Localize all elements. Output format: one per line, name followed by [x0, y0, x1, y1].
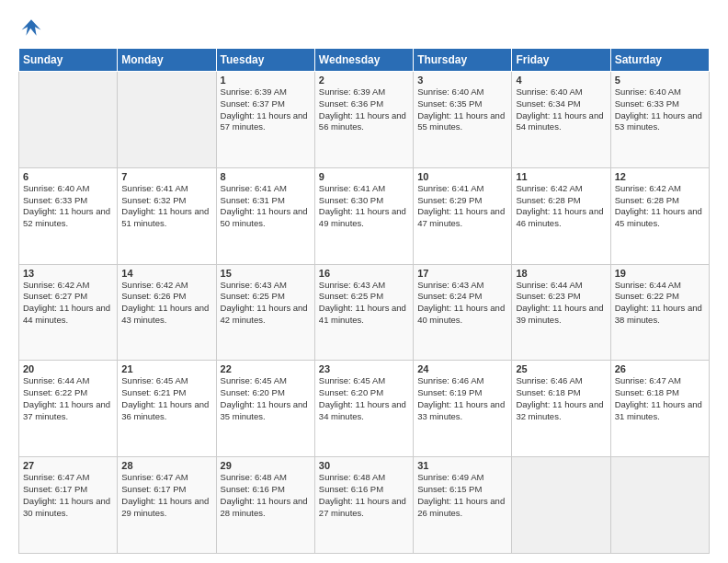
- calendar-cell: 19Sunrise: 6:44 AM Sunset: 6:22 PM Dayli…: [610, 264, 709, 361]
- calendar-cell: [512, 457, 610, 554]
- calendar-cell: 27Sunrise: 6:47 AM Sunset: 6:17 PM Dayli…: [19, 457, 118, 554]
- day-info: Sunrise: 6:41 AM Sunset: 6:29 PM Dayligh…: [417, 183, 507, 230]
- logo-bird-icon: [20, 17, 42, 39]
- day-info: Sunrise: 6:48 AM Sunset: 6:16 PM Dayligh…: [221, 472, 311, 519]
- day-info: Sunrise: 6:46 AM Sunset: 6:19 PM Dayligh…: [417, 375, 507, 422]
- day-number: 12: [615, 171, 705, 182]
- day-info: Sunrise: 6:42 AM Sunset: 6:26 PM Dayligh…: [121, 280, 211, 327]
- calendar-cell: 4Sunrise: 6:40 AM Sunset: 6:34 PM Daylig…: [512, 72, 610, 168]
- day-number: 9: [319, 171, 409, 182]
- day-number: 4: [516, 75, 606, 86]
- day-info: Sunrise: 6:43 AM Sunset: 6:25 PM Dayligh…: [221, 280, 311, 327]
- calendar-cell: 2Sunrise: 6:39 AM Sunset: 6:36 PM Daylig…: [314, 72, 413, 168]
- calendar-cell: 31Sunrise: 6:49 AM Sunset: 6:15 PM Dayli…: [414, 457, 512, 554]
- calendar-cell: 3Sunrise: 6:40 AM Sunset: 6:35 PM Daylig…: [414, 72, 512, 168]
- calendar-cell: 12Sunrise: 6:42 AM Sunset: 6:28 PM Dayli…: [610, 167, 709, 264]
- calendar-cell: 28Sunrise: 6:47 AM Sunset: 6:17 PM Dayli…: [118, 457, 216, 554]
- day-info: Sunrise: 6:41 AM Sunset: 6:32 PM Dayligh…: [121, 183, 211, 230]
- calendar-cell: 24Sunrise: 6:46 AM Sunset: 6:19 PM Dayli…: [414, 361, 512, 457]
- day-info: Sunrise: 6:43 AM Sunset: 6:25 PM Dayligh…: [319, 280, 409, 327]
- svg-marker-0: [22, 19, 41, 36]
- day-info: Sunrise: 6:40 AM Sunset: 6:35 PM Dayligh…: [417, 86, 507, 133]
- day-number: 29: [221, 460, 311, 471]
- day-info: Sunrise: 6:41 AM Sunset: 6:30 PM Dayligh…: [319, 183, 409, 230]
- weekday-header-sunday: Sunday: [19, 49, 118, 72]
- day-number: 10: [417, 171, 507, 182]
- day-number: 2: [319, 75, 409, 86]
- day-number: 27: [23, 460, 113, 471]
- calendar-cell: 18Sunrise: 6:44 AM Sunset: 6:23 PM Dayli…: [512, 264, 610, 361]
- calendar-cell: 10Sunrise: 6:41 AM Sunset: 6:29 PM Dayli…: [414, 167, 512, 264]
- calendar-cell: 26Sunrise: 6:47 AM Sunset: 6:18 PM Dayli…: [610, 361, 709, 457]
- calendar-cell: 11Sunrise: 6:42 AM Sunset: 6:28 PM Dayli…: [512, 167, 610, 264]
- weekday-header-thursday: Thursday: [414, 49, 512, 72]
- day-number: 14: [121, 268, 211, 279]
- calendar-cell: 23Sunrise: 6:45 AM Sunset: 6:20 PM Dayli…: [314, 361, 413, 457]
- day-number: 13: [23, 268, 113, 279]
- day-number: 7: [121, 171, 211, 182]
- day-number: 25: [516, 363, 606, 374]
- calendar-cell: 8Sunrise: 6:41 AM Sunset: 6:31 PM Daylig…: [216, 167, 314, 264]
- day-number: 21: [121, 363, 211, 374]
- calendar-cell: 30Sunrise: 6:48 AM Sunset: 6:16 PM Dayli…: [314, 457, 413, 554]
- calendar-header-row: SundayMondayTuesdayWednesdayThursdayFrid…: [19, 49, 710, 72]
- calendar-week-4: 20Sunrise: 6:44 AM Sunset: 6:22 PM Dayli…: [19, 361, 710, 457]
- weekday-header-tuesday: Tuesday: [216, 49, 314, 72]
- weekday-header-monday: Monday: [118, 49, 216, 72]
- calendar-cell: 15Sunrise: 6:43 AM Sunset: 6:25 PM Dayli…: [216, 264, 314, 361]
- day-number: 24: [417, 363, 507, 374]
- day-number: 26: [615, 363, 705, 374]
- weekday-header-friday: Friday: [512, 49, 610, 72]
- day-info: Sunrise: 6:44 AM Sunset: 6:22 PM Dayligh…: [615, 280, 705, 327]
- day-info: Sunrise: 6:45 AM Sunset: 6:20 PM Dayligh…: [221, 375, 311, 422]
- day-info: Sunrise: 6:46 AM Sunset: 6:18 PM Dayligh…: [516, 375, 606, 422]
- weekday-header-wednesday: Wednesday: [314, 49, 413, 72]
- day-number: 23: [319, 363, 409, 374]
- calendar-cell: 25Sunrise: 6:46 AM Sunset: 6:18 PM Dayli…: [512, 361, 610, 457]
- calendar-week-3: 13Sunrise: 6:42 AM Sunset: 6:27 PM Dayli…: [19, 264, 710, 361]
- calendar-cell: 20Sunrise: 6:44 AM Sunset: 6:22 PM Dayli…: [19, 361, 118, 457]
- day-number: 20: [23, 363, 113, 374]
- day-info: Sunrise: 6:42 AM Sunset: 6:28 PM Dayligh…: [615, 183, 705, 230]
- calendar-cell: [19, 72, 118, 168]
- day-info: Sunrise: 6:44 AM Sunset: 6:23 PM Dayligh…: [516, 280, 606, 327]
- calendar-cell: 22Sunrise: 6:45 AM Sunset: 6:20 PM Dayli…: [216, 361, 314, 457]
- calendar-cell: 13Sunrise: 6:42 AM Sunset: 6:27 PM Dayli…: [19, 264, 118, 361]
- calendar-week-5: 27Sunrise: 6:47 AM Sunset: 6:17 PM Dayli…: [19, 457, 710, 554]
- calendar-cell: 7Sunrise: 6:41 AM Sunset: 6:32 PM Daylig…: [118, 167, 216, 264]
- day-info: Sunrise: 6:44 AM Sunset: 6:22 PM Dayligh…: [23, 375, 113, 422]
- day-info: Sunrise: 6:47 AM Sunset: 6:18 PM Dayligh…: [615, 375, 705, 422]
- calendar-cell: 29Sunrise: 6:48 AM Sunset: 6:16 PM Dayli…: [216, 457, 314, 554]
- calendar-cell: 16Sunrise: 6:43 AM Sunset: 6:25 PM Dayli…: [314, 264, 413, 361]
- calendar-week-1: 1Sunrise: 6:39 AM Sunset: 6:37 PM Daylig…: [19, 72, 710, 168]
- calendar-cell: 9Sunrise: 6:41 AM Sunset: 6:30 PM Daylig…: [314, 167, 413, 264]
- day-info: Sunrise: 6:49 AM Sunset: 6:15 PM Dayligh…: [417, 472, 507, 519]
- calendar-table: SundayMondayTuesdayWednesdayThursdayFrid…: [18, 48, 710, 554]
- day-number: 8: [221, 171, 311, 182]
- day-number: 19: [615, 268, 705, 279]
- logo: [18, 17, 42, 39]
- day-number: 1: [221, 75, 311, 86]
- calendar-cell: 5Sunrise: 6:40 AM Sunset: 6:33 PM Daylig…: [610, 72, 709, 168]
- calendar-cell: 21Sunrise: 6:45 AM Sunset: 6:21 PM Dayli…: [118, 361, 216, 457]
- day-info: Sunrise: 6:43 AM Sunset: 6:24 PM Dayligh…: [417, 280, 507, 327]
- calendar-cell: 6Sunrise: 6:40 AM Sunset: 6:33 PM Daylig…: [19, 167, 118, 264]
- day-info: Sunrise: 6:40 AM Sunset: 6:34 PM Dayligh…: [516, 86, 606, 133]
- day-number: 5: [615, 75, 705, 86]
- day-info: Sunrise: 6:40 AM Sunset: 6:33 PM Dayligh…: [615, 86, 705, 133]
- day-number: 16: [319, 268, 409, 279]
- day-info: Sunrise: 6:41 AM Sunset: 6:31 PM Dayligh…: [221, 183, 311, 230]
- calendar-cell: 14Sunrise: 6:42 AM Sunset: 6:26 PM Dayli…: [118, 264, 216, 361]
- day-info: Sunrise: 6:45 AM Sunset: 6:21 PM Dayligh…: [121, 375, 211, 422]
- day-number: 11: [516, 171, 606, 182]
- day-info: Sunrise: 6:48 AM Sunset: 6:16 PM Dayligh…: [319, 472, 409, 519]
- day-info: Sunrise: 6:47 AM Sunset: 6:17 PM Dayligh…: [23, 472, 113, 519]
- day-info: Sunrise: 6:39 AM Sunset: 6:37 PM Dayligh…: [221, 86, 311, 133]
- calendar-cell: [610, 457, 709, 554]
- day-info: Sunrise: 6:42 AM Sunset: 6:27 PM Dayligh…: [23, 280, 113, 327]
- calendar-cell: 17Sunrise: 6:43 AM Sunset: 6:24 PM Dayli…: [414, 264, 512, 361]
- day-info: Sunrise: 6:39 AM Sunset: 6:36 PM Dayligh…: [319, 86, 409, 133]
- calendar-cell: [118, 72, 216, 168]
- day-number: 18: [516, 268, 606, 279]
- day-info: Sunrise: 6:47 AM Sunset: 6:17 PM Dayligh…: [121, 472, 211, 519]
